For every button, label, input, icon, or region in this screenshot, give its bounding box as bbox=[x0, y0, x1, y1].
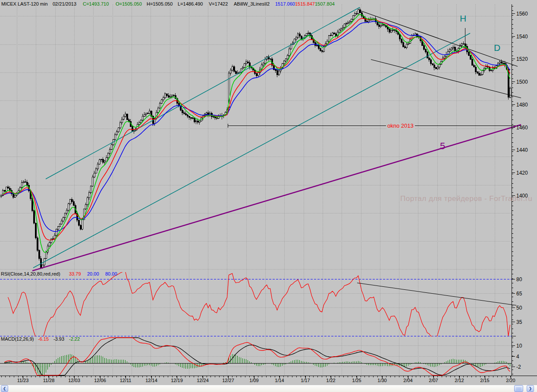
annotation-wave-5[interactable]: 5 bbox=[440, 141, 445, 152]
date-axis-label: 1/17 bbox=[296, 378, 315, 383]
rsi-axis-label: 80 bbox=[516, 276, 522, 282]
date-axis-label: 2/15 bbox=[475, 378, 494, 383]
scroll-right-arrow-icon: ❯ bbox=[529, 386, 532, 391]
symbol-title: MICEX LAST-120 min bbox=[1, 1, 48, 6]
date-axis-label: 2/12 bbox=[450, 378, 469, 383]
price-axis-label: 1420 bbox=[516, 170, 528, 176]
rsi-name: RSI(Close,14,20,80,red,red) bbox=[1, 271, 60, 276]
study-name: ABillW_3LinesII2 bbox=[234, 1, 270, 6]
date-axis-label: 12/19 bbox=[167, 378, 186, 383]
date-axis-label: 12/14 bbox=[142, 378, 161, 383]
date-axis-label: 1/09 bbox=[245, 378, 264, 383]
study-value-red: 1515.847 bbox=[295, 1, 315, 6]
macd-axis-label: -2 bbox=[516, 364, 521, 370]
volume-value: V=17422 bbox=[209, 1, 228, 6]
date-axis-label: 2/07 bbox=[424, 378, 443, 383]
study-value-blue: 1517.060 bbox=[275, 1, 295, 6]
close-value: C=1493.710 bbox=[83, 1, 109, 6]
scroll-left-arrow-icon: ❮ bbox=[3, 386, 6, 391]
date-axis-label: 12/27 bbox=[219, 378, 238, 383]
date-axis-label: 1/14 bbox=[270, 378, 289, 383]
rsi-axis-label: 35 bbox=[516, 319, 522, 325]
annotation-okno-2013[interactable]: okno 2013 bbox=[386, 122, 415, 129]
watermark-fortrader: Портал для трейдеров - ForTrader.ru bbox=[400, 194, 532, 203]
study-value-green: 1507.804 bbox=[315, 1, 335, 6]
scroll-thumb-grip-icon bbox=[517, 387, 521, 391]
macd-axis-label: 10 bbox=[516, 343, 522, 349]
date-axis-label: 2/20 bbox=[501, 378, 520, 383]
rsi-axis-label: 65 bbox=[516, 291, 522, 297]
price-axis-label: 1560 bbox=[516, 11, 528, 17]
bar-date: 02/21/2013 bbox=[53, 1, 76, 6]
price-axis-label: 1520 bbox=[516, 56, 528, 62]
annotation-d[interactable]: D bbox=[494, 43, 500, 53]
price-axis-label: 1440 bbox=[516, 147, 528, 153]
high-value: H=1505.050 bbox=[147, 1, 173, 6]
macd-value: -6.15 bbox=[38, 336, 49, 342]
macd-signal: -3.93 bbox=[53, 336, 64, 342]
rsi-value: 33.79 bbox=[69, 271, 81, 276]
macd-hist: -2.22 bbox=[69, 336, 80, 342]
scroll-left-button[interactable]: ❮ bbox=[1, 385, 8, 392]
date-axis-label: 11/28 bbox=[39, 378, 58, 383]
price-axis-label: 1500 bbox=[516, 79, 528, 85]
price-axis-label: 1480 bbox=[516, 102, 528, 108]
low-value: L=1486.490 bbox=[178, 1, 203, 6]
macd-name: MACD(12,26,9) bbox=[1, 336, 34, 342]
date-axis-label: 12/24 bbox=[193, 378, 212, 383]
scroll-thumb[interactable] bbox=[514, 385, 523, 392]
date-axis-label: 12/06 bbox=[91, 378, 110, 383]
rsi-axis-label: 50 bbox=[516, 305, 522, 311]
date-axis-label: 2/04 bbox=[399, 378, 418, 383]
date-axis-label: 11/23 bbox=[13, 378, 32, 383]
date-axis-label: 1/22 bbox=[321, 378, 340, 383]
scroll-right-button[interactable]: ❯ bbox=[527, 385, 534, 392]
price-axis-label: 1460 bbox=[516, 125, 528, 131]
annotation-h[interactable]: H bbox=[460, 13, 466, 24]
open-value: O=1505.050 bbox=[116, 1, 142, 6]
horizontal-scrollbar[interactable]: ❮ ❯ bbox=[0, 385, 537, 392]
date-axis-label: 1/30 bbox=[373, 378, 392, 383]
rsi-low: 20.00 bbox=[87, 271, 99, 276]
date-axis-label: 12/11 bbox=[116, 378, 135, 383]
macd-axis-label: 4 bbox=[516, 354, 519, 360]
date-axis-label: 1/25 bbox=[347, 378, 366, 383]
rsi-high: 80.00 bbox=[105, 271, 117, 276]
price-axis-label: 1400 bbox=[516, 193, 528, 199]
charting-app-window: { "title": { "symbol": "MICEX LAST-120 m… bbox=[0, 0, 537, 392]
date-axis-label: 12/03 bbox=[65, 378, 84, 383]
price-axis-label: 1540 bbox=[516, 34, 528, 40]
